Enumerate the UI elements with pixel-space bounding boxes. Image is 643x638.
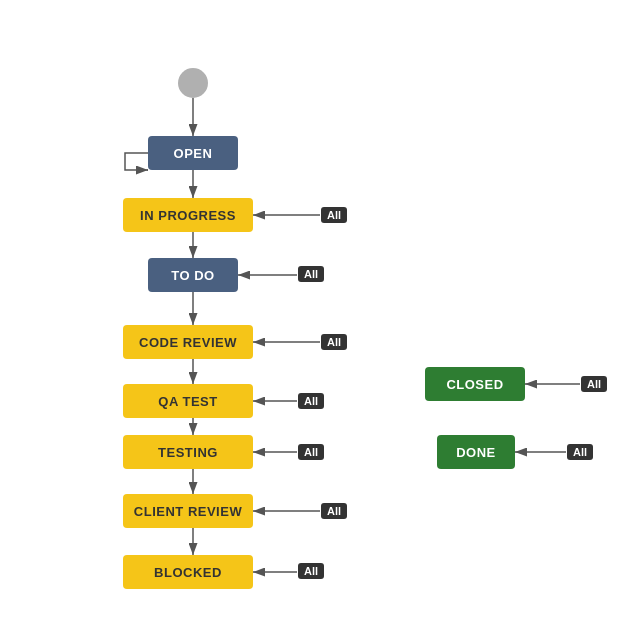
node-open[interactable]: OPEN bbox=[148, 136, 238, 170]
node-to-do[interactable]: TO DO bbox=[148, 258, 238, 292]
node-qa-test-label: QA TEST bbox=[158, 394, 217, 409]
node-done[interactable]: DONE bbox=[437, 435, 515, 469]
badge-code-review[interactable]: All bbox=[321, 334, 347, 350]
node-blocked[interactable]: BLOCKED bbox=[123, 555, 253, 589]
node-testing-label: TESTING bbox=[158, 445, 218, 460]
node-in-progress[interactable]: IN PROGRESS bbox=[123, 198, 253, 232]
node-client-review-label: CLIENT REVIEW bbox=[134, 504, 242, 519]
badge-client-review[interactable]: All bbox=[321, 503, 347, 519]
node-client-review[interactable]: CLIENT REVIEW bbox=[123, 494, 253, 528]
node-blocked-label: BLOCKED bbox=[154, 565, 222, 580]
badge-testing[interactable]: All bbox=[298, 444, 324, 460]
node-closed[interactable]: CLOSED bbox=[425, 367, 525, 401]
badge-to-do[interactable]: All bbox=[298, 266, 324, 282]
badge-done[interactable]: All bbox=[567, 444, 593, 460]
node-code-review[interactable]: CODE REVIEW bbox=[123, 325, 253, 359]
node-open-label: OPEN bbox=[174, 146, 213, 161]
start-circle bbox=[178, 68, 208, 98]
node-closed-label: CLOSED bbox=[446, 377, 503, 392]
node-done-label: DONE bbox=[456, 445, 496, 460]
badge-qa-test[interactable]: All bbox=[298, 393, 324, 409]
badge-in-progress[interactable]: All bbox=[321, 207, 347, 223]
node-in-progress-label: IN PROGRESS bbox=[140, 208, 236, 223]
diagram-container: OPEN IN PROGRESS TO DO CODE REVIEW QA TE… bbox=[0, 0, 643, 638]
badge-closed[interactable]: All bbox=[581, 376, 607, 392]
node-qa-test[interactable]: QA TEST bbox=[123, 384, 253, 418]
node-testing[interactable]: TESTING bbox=[123, 435, 253, 469]
node-code-review-label: CODE REVIEW bbox=[139, 335, 237, 350]
node-to-do-label: TO DO bbox=[171, 268, 214, 283]
connectors-svg bbox=[0, 0, 643, 638]
badge-blocked[interactable]: All bbox=[298, 563, 324, 579]
